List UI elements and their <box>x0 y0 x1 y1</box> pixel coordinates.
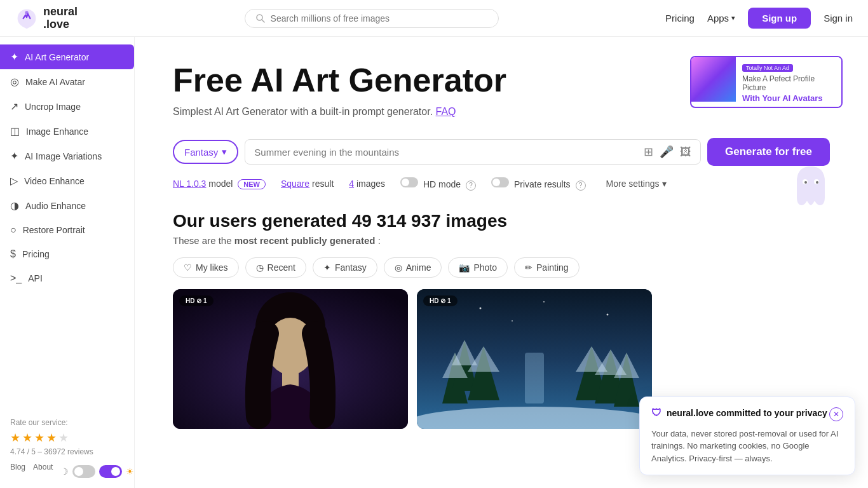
filter-tab-recent[interactable]: ◷ Recent <box>245 257 306 278</box>
enhance-icon: ◫ <box>10 125 20 137</box>
header-nav: Pricing Apps ▾ Sign up Sign in <box>665 8 853 29</box>
stats-subtitle: These are the most recent publicly gener… <box>173 235 830 246</box>
sidebar: ✦ AI Art Generator ◎ Make AI Avatar ↗ Un… <box>0 37 135 488</box>
badge-new: NEW <box>238 179 266 189</box>
video-icon: ▷ <box>10 175 18 187</box>
ghost-mascot <box>792 164 830 215</box>
svg-line-2 <box>262 20 264 22</box>
theme-toggle-off[interactable] <box>72 465 95 478</box>
privacy-text: Your data, never stored post-removal or … <box>651 428 843 465</box>
image-card-1[interactable]: HD ⊘ 1 <box>417 289 652 429</box>
search-input[interactable] <box>271 13 488 24</box>
star-2: ★ <box>22 431 32 445</box>
ad-tag: Totally Not An Ad <box>742 64 793 72</box>
private-results-setting: Private results ? <box>491 177 585 191</box>
images-setting: 4 images <box>349 179 385 189</box>
image-card-0[interactable]: HD ⊘ 1 <box>173 289 408 429</box>
signup-button[interactable]: Sign up <box>748 8 811 29</box>
svg-point-29 <box>607 313 609 315</box>
microphone-icon[interactable]: 🎤 <box>660 145 674 159</box>
sidebar-item-uncrop-image[interactable]: ↗ Uncrop Image <box>0 94 134 119</box>
rate-label: Rate our service: <box>10 418 124 427</box>
sidebar-item-ai-art-generator[interactable]: ✦ AI Art Generator <box>0 44 134 69</box>
sparkle-icon: ✦ <box>10 51 18 63</box>
moon-icon: ☽ <box>60 466 69 477</box>
hd-label-1: HD ⊘ 1 <box>430 297 451 304</box>
filter-tab-my-likes[interactable]: ♡ My likes <box>173 257 239 278</box>
theme-toggle-on[interactable] <box>99 465 122 478</box>
header: neural .love Pricing Apps ▾ Sign up Sign… <box>0 0 868 37</box>
ad-banner[interactable]: Totally Not An Ad Make A Pefect Profile … <box>690 56 843 108</box>
avatar-icon: ◎ <box>10 76 19 88</box>
image-upload-icon[interactable]: 🖼 <box>680 146 691 159</box>
filter-tabs: ♡ My likes ◷ Recent ✦ Fantasy ◎ Anime 📷 … <box>173 257 830 278</box>
sidebar-item-ai-image-variations[interactable]: ✦ AI Image Variations <box>0 144 134 168</box>
hd-help-icon[interactable]: ? <box>466 180 476 191</box>
filter-tab-photo[interactable]: 📷 Photo <box>448 257 508 278</box>
logo-text: neural .love <box>43 6 78 31</box>
main-content: Totally Not An Ad Make A Pefect Profile … <box>135 37 868 448</box>
svg-point-6 <box>804 181 807 184</box>
image-badge-0: HD ⊘ 1 <box>179 295 214 306</box>
about-link[interactable]: About <box>33 463 53 478</box>
sidebar-item-image-enhance[interactable]: ◫ Image Enhance <box>0 119 134 144</box>
variations-icon: ✦ <box>10 150 18 162</box>
hd-toggle[interactable] <box>400 177 418 187</box>
sidebar-bottom: Rate our service: ★ ★ ★ ★ ★ 4.74 / 5 – 3… <box>0 418 134 478</box>
sidebar-item-make-ai-avatar[interactable]: ◎ Make AI Avatar <box>0 69 134 94</box>
faq-link[interactable]: FAQ <box>436 106 456 117</box>
style-select[interactable]: Fantasy ▾ <box>173 140 238 164</box>
footer-links: Blog About ☽ ☀ <box>10 463 124 478</box>
privacy-notice: 🛡 neural.love committed to your privacy … <box>639 396 855 476</box>
sidebar-item-pricing[interactable]: $ Pricing <box>0 242 134 266</box>
more-settings-chevron-icon: ▾ <box>662 179 667 189</box>
audio-icon: ◑ <box>10 200 19 212</box>
prompt-input-wrap: ⊞ 🎤 🖼 <box>245 139 701 165</box>
sun-icon: ☀ <box>126 466 134 477</box>
sidebar-item-restore-portrait[interactable]: ○ Restore Portrait <box>0 218 134 242</box>
hd-mode-setting: HD mode ? <box>400 177 476 191</box>
model-link[interactable]: NL 1.0.3 model NEW <box>173 179 266 189</box>
fantasy-icon: ✦ <box>323 262 331 273</box>
star-1: ★ <box>10 431 20 445</box>
prompt-input[interactable] <box>254 147 639 158</box>
filter-tab-anime[interactable]: ◎ Anime <box>384 257 442 278</box>
svg-point-30 <box>512 320 513 322</box>
portrait-icon: ○ <box>10 224 17 236</box>
nav-pricing[interactable]: Pricing <box>665 13 695 24</box>
sidebar-item-api[interactable]: >_ API <box>0 266 134 290</box>
nav-apps[interactable]: Apps ▾ <box>707 13 735 24</box>
theme-toggle-wrap: ☽ ☀ <box>60 465 134 478</box>
filter-tab-painting[interactable]: ✏ Painting <box>514 257 580 278</box>
pricing-icon: $ <box>10 248 16 260</box>
logo[interactable]: neural .love <box>15 6 78 31</box>
more-settings[interactable]: More settings ▾ <box>606 179 667 189</box>
private-toggle[interactable] <box>491 177 509 187</box>
svg-point-28 <box>543 301 545 302</box>
filter-tab-fantasy[interactable]: ✦ Fantasy <box>313 257 377 278</box>
sidebar-item-audio-enhance[interactable]: ◑ Audio Enhance <box>0 193 134 218</box>
privacy-title: 🛡 neural.love committed to your privacy <box>651 407 827 419</box>
signin-button[interactable]: Sign in <box>824 13 853 24</box>
prompt-icons: ⊞ 🎤 🖼 <box>644 145 691 159</box>
svg-rect-11 <box>282 370 299 386</box>
svg-point-27 <box>480 307 482 309</box>
heart-icon: ♡ <box>184 262 192 273</box>
blog-link[interactable]: Blog <box>10 463 25 478</box>
svg-point-0 <box>25 11 28 14</box>
privacy-close-button[interactable]: ✕ <box>829 407 843 421</box>
image-bg-portrait <box>173 289 408 429</box>
generate-button[interactable]: Generate for free <box>707 138 830 166</box>
style-chevron-icon: ▾ <box>222 146 227 158</box>
star-4: ★ <box>46 431 57 445</box>
svg-point-7 <box>816 181 818 184</box>
hd-label: HD ⊘ 1 <box>186 297 207 304</box>
private-help-icon[interactable]: ? <box>576 180 586 191</box>
sidebar-item-video-enhance[interactable]: ▷ Video Enhance <box>0 168 134 193</box>
grid-icon[interactable]: ⊞ <box>644 145 653 159</box>
anime-icon: ◎ <box>395 262 402 273</box>
photo-icon: 📷 <box>459 262 470 273</box>
search-icon <box>255 13 266 24</box>
settings-row: NL 1.0.3 model NEW Square result 4 image… <box>173 177 830 191</box>
image-badge-1: HD ⊘ 1 <box>423 295 458 306</box>
